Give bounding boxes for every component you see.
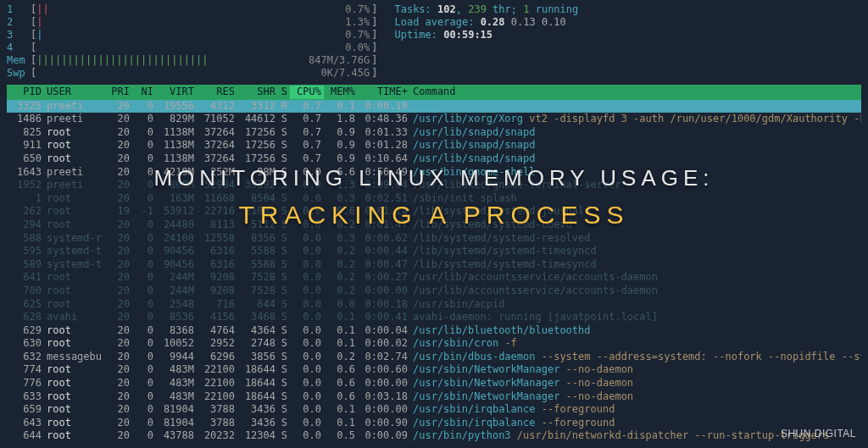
table-row[interactable]: 595systemd-t2009045663165588S0.00.20:00.… xyxy=(7,245,861,258)
table-row[interactable]: 630root2001005229522748S0.00.10:00.02/us… xyxy=(7,337,861,351)
table-row[interactable]: 294root2002448081135112S0.00.20:01.47/li… xyxy=(7,218,861,232)
cpu-pct: 0.7% xyxy=(345,3,370,17)
process-table-header[interactable]: PIDUSERPRINIVIRTRESSHRSCPU%MEM%TIME+Comm… xyxy=(7,85,861,100)
cpu-meter-2-label: 2 xyxy=(7,16,31,30)
col-header-command[interactable]: Command xyxy=(410,86,861,99)
col-header-res[interactable]: RES xyxy=(197,86,237,99)
cpu-meter-1-label: 1 xyxy=(7,3,31,17)
table-row[interactable]: 659root2008190437883436S0.00.10:00.00/us… xyxy=(7,403,861,417)
table-row[interactable]: 650root2001138M3726417256S0.70.90:10.64/… xyxy=(7,152,861,166)
col-header-time+[interactable]: TIME+ xyxy=(358,86,410,99)
swp-meter-label: Swp xyxy=(7,67,31,80)
col-header-cpu%[interactable]: CPU% xyxy=(290,86,324,99)
process-table[interactable]: 3325preeti2001955643123312R0.70.10:00.10… xyxy=(7,100,861,443)
table-row[interactable]: 774root200483M2210018644S0.00.60:00.60/u… xyxy=(7,363,861,377)
table-row[interactable]: 588systemd-r20024100125588356S0.00.30:00… xyxy=(7,232,861,246)
table-row[interactable]: 625root2002548716644S0.00.00:00.18/usr/s… xyxy=(7,298,861,312)
mem-bars: |||||||||||||||||||||||||||| xyxy=(36,54,208,66)
brand-watermark: SHUN DIGITAL xyxy=(781,428,856,441)
table-row[interactable]: 633root200483M2210018644S0.00.60:03.18/u… xyxy=(7,390,861,404)
bracket-close: ] xyxy=(371,3,377,17)
table-row[interactable]: 1486preeti200829M7105244612S0.71.80:48.3… xyxy=(7,113,861,126)
col-header-pri[interactable]: PRI xyxy=(103,86,132,99)
col-header-ni[interactable]: NI xyxy=(132,86,156,99)
cpu-meter-4-label: 4 xyxy=(7,41,31,55)
table-row[interactable]: 3325preeti2001955643123312R0.70.10:00.10… xyxy=(7,100,861,113)
table-row[interactable]: 262root19-1539122271621032S0.00.60:01.14… xyxy=(7,205,861,218)
load-average-info: Load average: 0.28 0.13 0.10 xyxy=(394,16,565,30)
htop-screen[interactable]: 1 [ ||0.7% ] Tasks: 102, 239 thr; 1 runn… xyxy=(0,0,868,446)
col-header-virt[interactable]: VIRT xyxy=(156,86,197,99)
col-header-s[interactable]: S xyxy=(278,86,290,99)
cpu-bars: || xyxy=(36,3,48,15)
table-row[interactable]: 644root200437882023212304S0.00.50:00.09/… xyxy=(7,429,861,443)
table-row[interactable]: 1643preeti2004219M252M98MS0.06.60:56.49/… xyxy=(7,166,861,180)
mem-text: 847M/3.76G xyxy=(309,54,370,68)
table-row[interactable]: 776root200483M2210018644S0.00.60:00.00/u… xyxy=(7,377,861,390)
meters-section: 1 [ ||0.7% ] Tasks: 102, 239 thr; 1 runn… xyxy=(7,3,861,80)
table-row[interactable]: 643root2008190437883436S0.00.10:00.90/us… xyxy=(7,417,861,430)
table-row[interactable]: 628avahi200853641563468S0.00.10:00.41ava… xyxy=(7,311,861,324)
col-header-mem%[interactable]: MEM% xyxy=(324,86,358,99)
table-row[interactable]: 632messagebu200994462963856S0.00.20:02.7… xyxy=(7,351,861,364)
table-row[interactable]: 825root2001138M3726417256S0.70.90:01.33/… xyxy=(7,126,861,140)
tasks-info: Tasks: 102, 239 thr; 1 running xyxy=(394,3,578,17)
cpu-meter-3-label: 3 xyxy=(7,29,31,42)
col-header-pid[interactable]: PID xyxy=(7,86,44,99)
swp-text: 0K/7.45G xyxy=(320,67,370,80)
table-row[interactable]: 629root200836847644364S0.00.10:00.04/usr… xyxy=(7,324,861,338)
bracket-open: [ xyxy=(31,3,36,17)
table-row[interactable]: 1952preeti200809M5298439392S0.01.30:09.0… xyxy=(7,179,861,192)
col-header-shr[interactable]: SHR xyxy=(237,86,278,99)
table-row[interactable]: 589systemd-t2009045663165588S0.00.20:00.… xyxy=(7,258,861,272)
table-row[interactable]: 1root200163M116688504S0.00.30:02.51/sbin… xyxy=(7,192,861,206)
table-row[interactable]: 641root200244M92087528S0.00.20:00.27/usr… xyxy=(7,271,861,285)
col-header-user[interactable]: USER xyxy=(44,86,103,99)
table-row[interactable]: 911root2001138M3726417256S0.70.90:01.28/… xyxy=(7,139,861,152)
mem-meter-label: Mem xyxy=(7,54,31,68)
uptime-info: Uptime: 00:59:15 xyxy=(394,29,492,42)
table-row[interactable]: 700root200244M92087528S0.00.20:00.00/usr… xyxy=(7,285,861,298)
